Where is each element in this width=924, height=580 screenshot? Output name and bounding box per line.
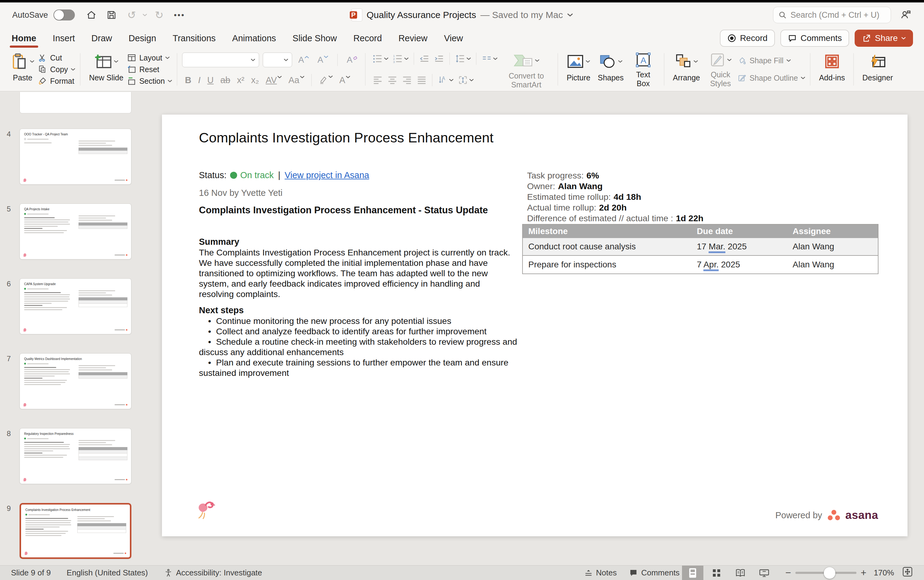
zoom-level[interactable]: 170%: [874, 568, 894, 578]
designer-button[interactable]: Designer: [859, 51, 896, 87]
copy-button[interactable]: Copy: [38, 64, 75, 75]
zoom-slider-knob[interactable]: [824, 567, 835, 579]
tab-record[interactable]: Record: [352, 30, 382, 47]
undo-icon[interactable]: ↺: [125, 9, 138, 21]
italic-button[interactable]: I: [195, 76, 203, 85]
thumbnail-slide-9-selected[interactable]: 9 Complaints Investigation Process Enhan…: [20, 503, 132, 559]
bold-button[interactable]: B: [182, 76, 194, 85]
tab-insert[interactable]: Insert: [52, 30, 76, 47]
numbered-list-button[interactable]: 123: [390, 53, 411, 64]
thumbnail-slide-4[interactable]: 4 OOO Tracker - QA Project Team: [20, 129, 132, 185]
shrink-font-button[interactable]: A: [315, 56, 331, 64]
align-text-button[interactable]: [456, 75, 476, 85]
font-name-select[interactable]: [182, 53, 259, 67]
clear-formatting-button[interactable]: A: [344, 56, 361, 64]
redo-icon[interactable]: ↻: [153, 9, 165, 21]
addins-button[interactable]: Add-ins: [815, 51, 848, 87]
shape-outline-button[interactable]: Shape Outline: [737, 72, 805, 84]
section-button[interactable]: Section: [127, 75, 172, 87]
more-commands-icon[interactable]: •••: [173, 9, 186, 21]
align-right-button[interactable]: [400, 75, 414, 85]
thumbnail-slide-7[interactable]: 7 Quality Metrics Dashboard Implementati…: [20, 353, 132, 409]
document-title-group[interactable]: P Quality Assurance Projects — Saved to …: [351, 8, 573, 21]
comments-icon: [629, 568, 638, 578]
change-case-button[interactable]: Aa: [286, 76, 307, 85]
font-color-button[interactable]: A: [337, 76, 353, 85]
share-presence-icon[interactable]: [899, 8, 912, 22]
picture-button[interactable]: Picture: [563, 51, 594, 87]
slideshow-view-button[interactable]: [753, 566, 775, 580]
slide-title[interactable]: Complaints Investigation Process Enhance…: [199, 130, 494, 146]
share-button[interactable]: Share: [855, 30, 913, 47]
comments-toggle[interactable]: Comments: [629, 568, 680, 578]
autosave-toggle[interactable]: [53, 10, 75, 20]
zoom-in-button[interactable]: +: [861, 567, 866, 578]
shapes-button[interactable]: Shapes: [594, 51, 627, 87]
columns-button[interactable]: [479, 53, 499, 64]
language-selector[interactable]: English (United States): [67, 568, 148, 578]
format-painter-button[interactable]: Format: [38, 75, 75, 87]
text-box-button[interactable]: A Text Box: [627, 51, 659, 87]
convert-smartart-button[interactable]: Convert to SmartArt: [499, 51, 553, 87]
font-size-select[interactable]: [263, 53, 292, 67]
tab-design[interactable]: Design: [128, 30, 157, 47]
line-spacing-button[interactable]: [453, 53, 473, 64]
cut-button[interactable]: Cut: [38, 52, 75, 64]
notes-toggle[interactable]: Notes: [584, 568, 617, 578]
reading-view-button[interactable]: [730, 566, 751, 580]
increase-indent-button[interactable]: [432, 53, 446, 64]
record-button[interactable]: Record: [720, 30, 775, 47]
tab-home[interactable]: Home: [11, 30, 37, 47]
shape-fill-button[interactable]: Shape Fill: [737, 55, 805, 67]
superscript-button[interactable]: x²: [234, 76, 247, 85]
zoom-slider[interactable]: [796, 572, 856, 574]
underline-button[interactable]: U: [204, 76, 216, 85]
project-stats: Task progress:6% Owner:Alan Wang Estimat…: [527, 170, 703, 224]
align-left-button[interactable]: [371, 75, 385, 85]
bullet-list-button[interactable]: [371, 53, 390, 64]
text-highlight-button[interactable]: [316, 76, 336, 85]
fit-slide-to-window-button[interactable]: [902, 566, 913, 579]
align-center-button[interactable]: [385, 75, 400, 85]
current-slide[interactable]: Complaints Investigation Process Enhance…: [162, 115, 908, 536]
comments-button[interactable]: Comments: [781, 30, 849, 47]
thumbnail-slide-6[interactable]: 6 CAPA System Upgrade: [20, 278, 132, 334]
home-icon[interactable]: [85, 9, 97, 21]
tab-slide-show[interactable]: Slide Show: [292, 30, 337, 47]
thumbnail-title: CAPA System Upgrade: [24, 282, 127, 286]
normal-view-button[interactable]: [682, 566, 703, 580]
title-chevron-icon[interactable]: [567, 13, 573, 17]
search-input[interactable]: Search (Cmd + Ctrl + U): [773, 7, 891, 23]
slide-sorter-view-button[interactable]: [706, 566, 727, 580]
save-icon[interactable]: [105, 9, 118, 21]
accessibility-status[interactable]: Accessibility: Investigate: [164, 568, 262, 578]
designer-icon: [868, 53, 887, 70]
zoom-out-button[interactable]: −: [785, 567, 791, 578]
strikethrough-button[interactable]: ab: [217, 76, 233, 85]
tab-draw[interactable]: Draw: [91, 30, 113, 47]
table-row[interactable]: Conduct root cause analysis 17 Mar. 2025…: [523, 238, 878, 256]
paste-button[interactable]: Paste: [7, 51, 38, 87]
subscript-button[interactable]: x₂: [249, 76, 262, 85]
character-spacing-button[interactable]: AV: [263, 76, 285, 85]
tab-review[interactable]: Review: [398, 30, 428, 47]
thumbnail-slide-8[interactable]: 8 Regulatory Inspection Preparedness: [20, 428, 132, 484]
arrange-button[interactable]: Arrange: [669, 51, 704, 87]
tab-view[interactable]: View: [443, 30, 463, 47]
tab-transitions[interactable]: Transitions: [172, 30, 216, 47]
text-direction-button[interactable]: A: [435, 75, 456, 85]
quick-styles-button[interactable]: Quick Styles: [704, 51, 737, 87]
undo-chevron-icon[interactable]: [143, 14, 147, 16]
decrease-indent-button[interactable]: [417, 53, 432, 64]
new-slide-button[interactable]: New Slide: [85, 51, 127, 87]
layout-button[interactable]: Layout: [127, 52, 172, 64]
grow-font-button[interactable]: A: [296, 56, 311, 64]
thumbnail-slide-5[interactable]: 5 QA Projects Intake: [20, 204, 132, 259]
reset-button[interactable]: Reset: [127, 64, 172, 75]
asana-project-link[interactable]: View project in Asana: [285, 170, 369, 180]
thumbnail-partial[interactable]: [20, 92, 132, 114]
table-row[interactable]: Prepare for inspections 7 Apr. 2025 Alan…: [523, 256, 878, 274]
tab-animations[interactable]: Animations: [232, 30, 277, 47]
next-steps-label: Next steps: [199, 305, 244, 315]
justify-button[interactable]: [414, 75, 429, 85]
